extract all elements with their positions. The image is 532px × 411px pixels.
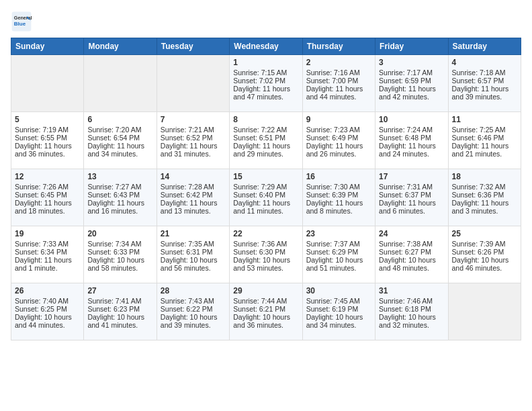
day-info: and 32 minutes. [379, 321, 444, 329]
calendar-cell: 6Sunrise: 7:20 AMSunset: 6:54 PMDaylight… [84, 112, 157, 169]
day-number: 7 [161, 115, 226, 124]
day-info: Sunrise: 7:39 AM [452, 240, 517, 248]
day-number: 16 [306, 172, 371, 181]
calendar-cell: 26Sunrise: 7:40 AMSunset: 6:25 PMDayligh… [11, 283, 84, 340]
day-number: 31 [379, 286, 444, 295]
day-info: and 13 minutes. [161, 207, 226, 215]
page-header: General Blue [11, 11, 521, 32]
day-info: Sunrise: 7:27 AM [87, 183, 152, 191]
day-info: Sunrise: 7:23 AM [306, 126, 371, 134]
calendar-cell: 24Sunrise: 7:38 AMSunset: 6:27 PMDayligh… [375, 226, 448, 283]
calendar-cell: 22Sunrise: 7:36 AMSunset: 6:30 PMDayligh… [230, 226, 302, 283]
calendar-cell: 30Sunrise: 7:45 AMSunset: 6:19 PMDayligh… [302, 283, 375, 340]
day-info: Sunrise: 7:16 AM [306, 68, 371, 77]
day-info: and 47 minutes. [233, 93, 298, 101]
calendar-cell: 5Sunrise: 7:19 AMSunset: 6:55 PMDaylight… [11, 112, 84, 169]
calendar-header-wednesday: Wednesday [230, 38, 302, 55]
day-info: Sunset: 6:25 PM [15, 305, 80, 313]
day-info: Daylight: 11 hours [379, 85, 444, 93]
day-info: and 41 minutes. [87, 321, 152, 329]
day-number: 17 [379, 172, 444, 181]
day-info: Daylight: 11 hours [306, 142, 371, 150]
calendar-header-thursday: Thursday [302, 38, 375, 55]
logo: General Blue [11, 11, 32, 32]
day-info: Daylight: 11 hours [161, 199, 226, 207]
day-info: and 34 minutes. [306, 321, 371, 329]
day-info: Sunrise: 7:32 AM [452, 183, 517, 191]
day-number: 9 [306, 115, 371, 124]
day-info: Sunset: 6:39 PM [306, 191, 371, 199]
calendar-cell: 13Sunrise: 7:27 AMSunset: 6:43 PMDayligh… [84, 169, 157, 226]
calendar-header-saturday: Saturday [448, 38, 521, 55]
calendar-week-1: 1Sunrise: 7:15 AMSunset: 7:02 PMDaylight… [11, 55, 521, 112]
day-info: Sunrise: 7:45 AM [306, 297, 371, 305]
calendar-cell [448, 283, 521, 340]
calendar-table: SundayMondayTuesdayWednesdayThursdayFrid… [11, 38, 521, 340]
day-number: 22 [233, 229, 298, 238]
day-info: and 48 minutes. [379, 264, 444, 272]
svg-text:General: General [14, 15, 32, 21]
day-info: and 51 minutes. [306, 264, 371, 272]
day-info: and 29 minutes. [233, 150, 298, 158]
calendar-cell: 8Sunrise: 7:22 AMSunset: 6:51 PMDaylight… [230, 112, 302, 169]
logo-icon: General Blue [11, 11, 32, 32]
day-info: Daylight: 11 hours [87, 142, 152, 150]
day-info: Sunrise: 7:29 AM [233, 183, 298, 191]
day-info: Sunset: 6:51 PM [233, 134, 298, 142]
day-info: Daylight: 10 hours [233, 256, 298, 264]
day-info: Daylight: 11 hours [306, 199, 371, 207]
day-info: Daylight: 11 hours [161, 142, 226, 150]
day-number: 1 [233, 58, 298, 67]
day-info: Daylight: 10 hours [161, 313, 226, 321]
day-info: Sunset: 6:42 PM [161, 191, 226, 199]
day-number: 29 [233, 286, 298, 295]
day-info: Sunrise: 7:33 AM [15, 240, 80, 248]
day-info: Sunset: 7:02 PM [233, 77, 298, 85]
day-info: and 39 minutes. [452, 93, 517, 101]
day-number: 14 [161, 172, 226, 181]
calendar-header-row: SundayMondayTuesdayWednesdayThursdayFrid… [11, 38, 521, 55]
day-info: Sunset: 6:21 PM [233, 305, 298, 313]
day-number: 26 [15, 286, 80, 295]
day-info: Sunrise: 7:18 AM [452, 68, 517, 77]
day-number: 6 [87, 115, 152, 124]
calendar-cell: 7Sunrise: 7:21 AMSunset: 6:52 PMDaylight… [157, 112, 229, 169]
day-number: 8 [233, 115, 298, 124]
day-info: Sunrise: 7:38 AM [379, 240, 444, 248]
day-info: Sunrise: 7:20 AM [87, 126, 152, 134]
day-info: and 36 minutes. [233, 321, 298, 329]
day-info: Sunrise: 7:37 AM [306, 240, 371, 248]
day-info: Sunset: 6:30 PM [233, 248, 298, 256]
day-number: 4 [452, 58, 517, 67]
calendar-cell: 2Sunrise: 7:16 AMSunset: 7:00 PMDaylight… [302, 55, 375, 112]
day-info: Daylight: 10 hours [233, 313, 298, 321]
day-info: Daylight: 11 hours [15, 256, 80, 264]
day-info: Sunset: 6:18 PM [379, 305, 444, 313]
day-info: and 16 minutes. [87, 207, 152, 215]
day-info: Daylight: 11 hours [306, 85, 371, 93]
day-info: Sunset: 6:19 PM [306, 305, 371, 313]
day-number: 25 [452, 229, 517, 238]
calendar-cell: 25Sunrise: 7:39 AMSunset: 6:26 PMDayligh… [448, 226, 521, 283]
calendar-cell: 19Sunrise: 7:33 AMSunset: 6:34 PMDayligh… [11, 226, 84, 283]
day-info: Sunset: 6:33 PM [87, 248, 152, 256]
day-number: 5 [15, 115, 80, 124]
calendar-cell: 12Sunrise: 7:26 AMSunset: 6:45 PMDayligh… [11, 169, 84, 226]
svg-text:Blue: Blue [14, 21, 26, 27]
day-info: Sunset: 6:54 PM [87, 134, 152, 142]
calendar-cell: 17Sunrise: 7:31 AMSunset: 6:37 PMDayligh… [375, 169, 448, 226]
calendar-cell: 15Sunrise: 7:29 AMSunset: 6:40 PMDayligh… [230, 169, 302, 226]
day-info: Sunset: 6:34 PM [15, 248, 80, 256]
day-info: Sunrise: 7:25 AM [452, 126, 517, 134]
day-number: 30 [306, 286, 371, 295]
calendar-header-monday: Monday [84, 38, 157, 55]
day-number: 27 [87, 286, 152, 295]
calendar-cell: 14Sunrise: 7:28 AMSunset: 6:42 PMDayligh… [157, 169, 229, 226]
day-info: and 26 minutes. [306, 150, 371, 158]
day-info: Sunset: 6:45 PM [15, 191, 80, 199]
calendar-cell: 11Sunrise: 7:25 AMSunset: 6:46 PMDayligh… [448, 112, 521, 169]
day-info: and 36 minutes. [15, 150, 80, 158]
day-number: 24 [379, 229, 444, 238]
calendar-cell: 4Sunrise: 7:18 AMSunset: 6:57 PMDaylight… [448, 55, 521, 112]
day-number: 11 [452, 115, 517, 124]
